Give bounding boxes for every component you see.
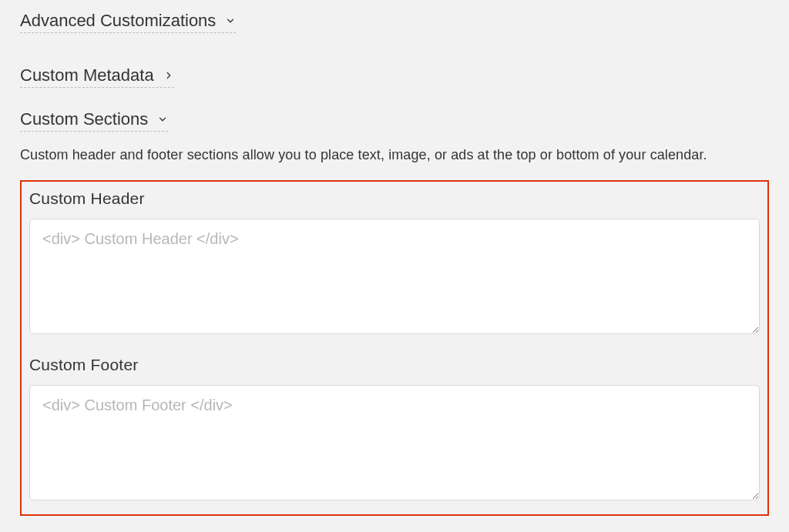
chevron-right-icon: [163, 70, 174, 81]
custom-sections-label: Custom Sections: [20, 109, 148, 129]
custom-header-textarea[interactable]: [29, 219, 760, 334]
custom-header-label: Custom Header: [29, 189, 760, 208]
custom-header-field: Custom Header: [29, 189, 760, 337]
custom-footer-textarea[interactable]: [29, 385, 760, 500]
advanced-customizations-label: Advanced Customizations: [20, 11, 216, 31]
custom-metadata-toggle[interactable]: Custom Metadata: [20, 65, 174, 88]
custom-footer-label: Custom Footer: [29, 356, 760, 374]
chevron-down-icon: [157, 114, 168, 125]
custom-sections-toggle[interactable]: Custom Sections: [20, 109, 168, 132]
custom-footer-field: Custom Footer: [29, 356, 760, 504]
custom-sections-description: Custom header and footer sections allow …: [20, 142, 744, 168]
custom-metadata-label: Custom Metadata: [20, 65, 154, 85]
chevron-down-icon: [225, 15, 236, 26]
custom-sections-panel: Custom Header Custom Footer: [20, 180, 769, 516]
advanced-customizations-toggle[interactable]: Advanced Customizations: [20, 11, 236, 33]
